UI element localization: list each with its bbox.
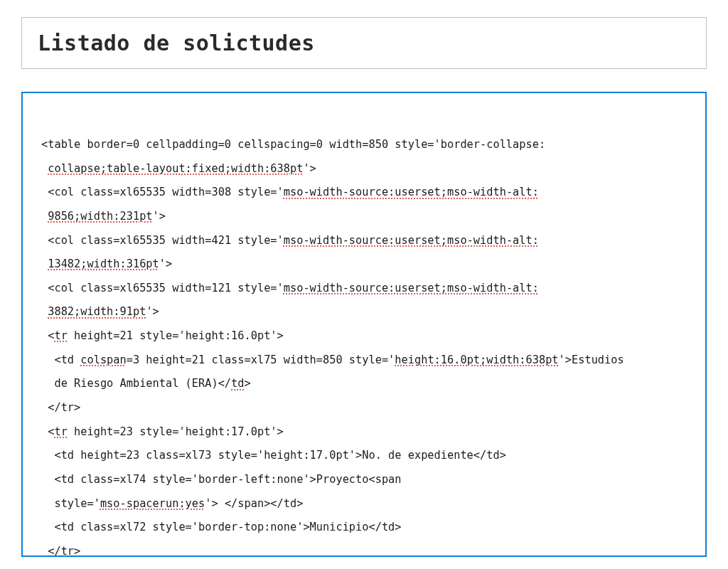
code-line: <td <box>41 353 80 366</box>
code-line: '>Estudios <box>559 353 624 366</box>
code-line: '> <box>153 210 166 223</box>
code-line: <col class=xl65535 width=308 style=' <box>41 186 284 198</box>
code-underline: 3882;width:91pt <box>48 305 146 318</box>
code-line: <col class=xl65535 width=421 style=' <box>41 234 284 247</box>
code-line: <table border=0 cellpadding=0 cellspacin… <box>41 138 545 151</box>
code-underline: mso-width-source:userset;mso-width-alt: <box>284 282 539 294</box>
code-underline: td <box>231 377 244 390</box>
header-box: Listado de solictudes <box>21 17 707 69</box>
code-line: < <box>41 329 54 342</box>
code-line: '> </span></td> <box>205 497 303 510</box>
code-line: =3 height=21 class=xl75 width=850 style=… <box>127 353 395 366</box>
code-underline: tr <box>54 425 67 438</box>
code-line: '> <box>303 162 316 175</box>
code-underline: mso-spacerun:yes <box>100 497 205 510</box>
code-underline: 13482;width:316pt <box>48 257 159 270</box>
code-line: <td class=xl74 style='border-left:none'>… <box>41 473 402 486</box>
code-underline: mso-width-source:userset;mso-width-alt: <box>284 186 539 198</box>
code-line: <td class=xl72 style='border-top:none'>M… <box>41 521 402 533</box>
code-line: style=' <box>41 497 100 510</box>
code-underline: tr <box>54 329 67 342</box>
code-underline: collapse;table-layout:fixed;width:638pt <box>48 162 303 175</box>
code-line: > <box>245 377 251 390</box>
code-underline: mso-width-source:userset;mso-width-alt: <box>284 234 539 247</box>
code-line: '> <box>146 305 159 318</box>
code-line: height=21 style='height:16.0pt'> <box>68 329 284 342</box>
code-line: <td height=23 class=xl73 style='height:1… <box>41 449 506 462</box>
page-title: Listado de solictudes <box>38 31 690 55</box>
code-line: </tr> <box>41 545 80 557</box>
code-underline: colspan <box>80 353 126 366</box>
code-line: '> <box>159 257 172 270</box>
code-line: < <box>41 425 54 438</box>
code-line: </tr> <box>41 401 80 414</box>
code-underline: 9856;width:231pt <box>48 210 152 223</box>
code-line: height=23 style='height:17.0pt'> <box>68 425 284 438</box>
code-line: <col class=xl65535 width=121 style=' <box>41 282 284 294</box>
code-line: de Riesgo Ambiental (ERA)</ <box>41 377 231 390</box>
code-block: <table border=0 cellpadding=0 cellspacin… <box>21 92 707 557</box>
code-underline: height:16.0pt;width:638pt <box>395 353 558 366</box>
